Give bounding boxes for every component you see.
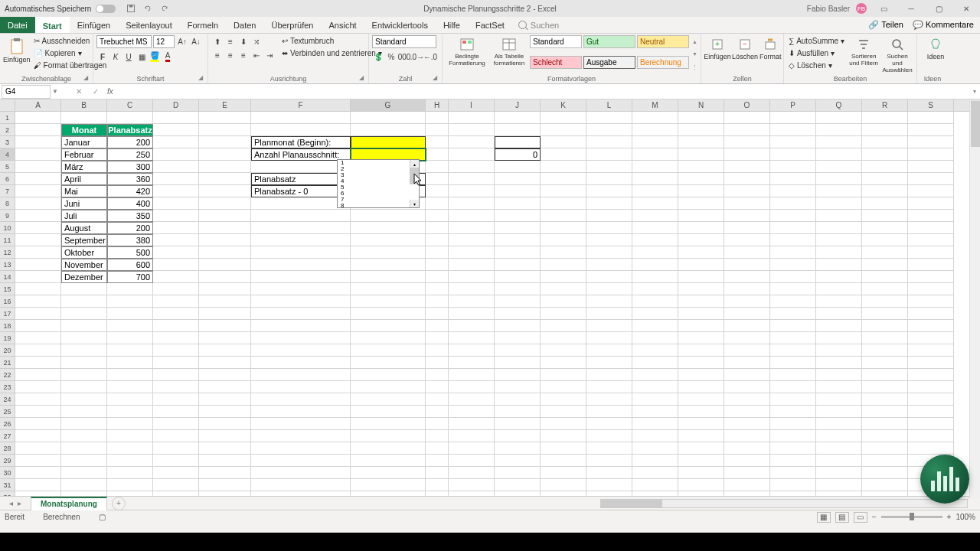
styles-up-icon[interactable]: ▲ — [692, 39, 697, 44]
cell-K23[interactable] — [541, 381, 586, 393]
cell-F12[interactable] — [251, 246, 351, 259]
col-header-R[interactable]: R — [862, 99, 908, 111]
cell-G13[interactable] — [351, 259, 426, 271]
cell-B10[interactable]: August — [61, 222, 107, 234]
cell-I6[interactable] — [449, 173, 495, 185]
cell-I28[interactable] — [449, 442, 495, 455]
cell-F21[interactable] — [251, 357, 351, 369]
cell-N5[interactable] — [678, 161, 724, 173]
cell-O28[interactable] — [724, 442, 770, 455]
row-header-18[interactable]: 18 — [0, 320, 15, 332]
cell-Q29[interactable] — [816, 455, 862, 467]
cell-E1[interactable] — [199, 112, 251, 124]
cell-J3[interactable] — [495, 136, 541, 148]
cell-A28[interactable] — [15, 442, 61, 455]
cell-L1[interactable] — [586, 112, 632, 124]
cell-R32[interactable] — [862, 491, 908, 496]
cell-H1[interactable] — [426, 112, 449, 124]
cell-F9[interactable] — [251, 210, 351, 222]
cell-B20[interactable] — [61, 344, 107, 357]
cell-A32[interactable] — [15, 491, 61, 496]
cell-A5[interactable] — [15, 161, 61, 173]
align-right-icon[interactable]: ≡ — [237, 49, 250, 61]
cell-A21[interactable] — [15, 357, 61, 369]
cell-S19[interactable] — [908, 332, 954, 344]
cell-H14[interactable] — [426, 271, 449, 283]
cell-B26[interactable] — [61, 418, 107, 430]
cell-G17[interactable] — [351, 308, 426, 320]
cell-J22[interactable] — [495, 369, 541, 381]
bold-button[interactable]: F — [96, 51, 109, 63]
cell-J27[interactable] — [495, 430, 541, 442]
cell-L13[interactable] — [586, 259, 632, 271]
save-icon[interactable] — [126, 4, 136, 13]
cell-S22[interactable] — [908, 369, 954, 381]
cell-B30[interactable] — [61, 467, 107, 479]
cell-P11[interactable] — [770, 234, 816, 246]
name-box[interactable]: G4 — [2, 85, 51, 99]
cell-O2[interactable] — [724, 124, 770, 136]
undo-icon[interactable] — [143, 4, 152, 13]
cell-L8[interactable] — [586, 197, 632, 210]
cell-N24[interactable] — [678, 393, 724, 406]
cell-I12[interactable] — [449, 246, 495, 259]
cell-A10[interactable] — [15, 222, 61, 234]
cell-M27[interactable] — [632, 430, 678, 442]
cell-P31[interactable] — [770, 479, 816, 491]
cell-N29[interactable] — [678, 455, 724, 467]
cell-Q14[interactable] — [816, 271, 862, 283]
cell-S8[interactable] — [908, 197, 954, 210]
cell-N16[interactable] — [678, 295, 724, 308]
cell-M20[interactable] — [632, 344, 678, 357]
menu-seitenlayout[interactable]: Seitenlayout — [118, 17, 180, 33]
cell-M1[interactable] — [632, 112, 678, 124]
row-header-6[interactable]: 6 — [0, 173, 15, 185]
cell-C20[interactable] — [107, 344, 153, 357]
autosave-toggle[interactable]: Automatisches Speichern — [0, 5, 116, 13]
cell-H32[interactable] — [426, 491, 449, 496]
wrap-text-button[interactable]: ↩ Textumbruch — [280, 35, 384, 47]
cell-I19[interactable] — [449, 332, 495, 344]
row-header-14[interactable]: 14 — [0, 271, 15, 283]
cell-M17[interactable] — [632, 308, 678, 320]
cell-D9[interactable] — [153, 210, 199, 222]
col-header-G[interactable]: G — [351, 99, 426, 111]
cell-A15[interactable] — [15, 283, 61, 295]
format-cells-button[interactable]: Format — [760, 35, 782, 74]
cell-D24[interactable] — [153, 393, 199, 406]
cell-B7[interactable]: Mai — [61, 185, 107, 197]
col-header-P[interactable]: P — [770, 99, 816, 111]
cell-B15[interactable] — [61, 283, 107, 295]
cell-O24[interactable] — [724, 393, 770, 406]
cell-A25[interactable] — [15, 406, 61, 418]
cell-F4[interactable]: Anzahl Planausschnitt: — [251, 148, 351, 161]
clipboard-launcher[interactable]: ◢ — [83, 74, 91, 82]
number-launcher[interactable]: ◢ — [433, 74, 440, 82]
cell-S28[interactable] — [908, 442, 954, 455]
cell-P28[interactable] — [770, 442, 816, 455]
cell-L14[interactable] — [586, 271, 632, 283]
cell-H8[interactable] — [426, 197, 449, 210]
cell-K2[interactable] — [541, 124, 586, 136]
cell-G9[interactable] — [351, 210, 426, 222]
indent-dec-icon[interactable]: ⇤ — [250, 49, 263, 61]
cell-J15[interactable] — [495, 283, 541, 295]
cell-A16[interactable] — [15, 295, 61, 308]
cell-M30[interactable] — [632, 467, 678, 479]
macro-record-icon[interactable]: ▢ — [99, 513, 106, 521]
cell-C27[interactable] — [107, 430, 153, 442]
cell-Q19[interactable] — [816, 332, 862, 344]
cell-J21[interactable] — [495, 357, 541, 369]
cell-K8[interactable] — [541, 197, 586, 210]
cell-E29[interactable] — [199, 455, 251, 467]
cell-H10[interactable] — [426, 222, 449, 234]
cell-P24[interactable] — [770, 393, 816, 406]
cell-G28[interactable] — [351, 442, 426, 455]
cell-G29[interactable] — [351, 455, 426, 467]
cell-N13[interactable] — [678, 259, 724, 271]
cell-J31[interactable] — [495, 479, 541, 491]
cell-F24[interactable] — [251, 393, 351, 406]
cell-H3[interactable] — [426, 136, 449, 148]
number-format-select[interactable]: Standard — [372, 35, 436, 48]
cell-J25[interactable] — [495, 406, 541, 418]
